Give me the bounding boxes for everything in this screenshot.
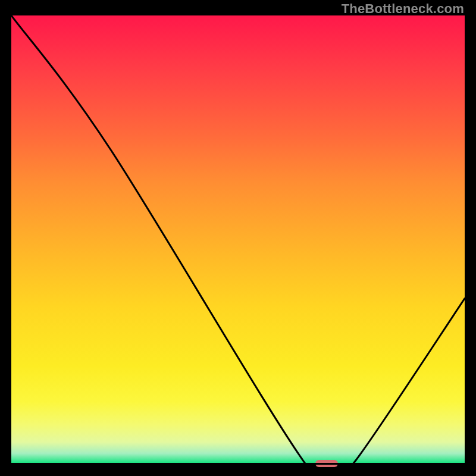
bottleneck-curve-path bbox=[11, 15, 465, 465]
bottleneck-curve bbox=[11, 15, 465, 465]
watermark-text: TheBottleneck.com bbox=[342, 1, 464, 17]
x-axis-baseline bbox=[11, 463, 465, 465]
plot-area bbox=[11, 15, 465, 465]
chart-stage: TheBottleneck.com bbox=[0, 0, 476, 476]
